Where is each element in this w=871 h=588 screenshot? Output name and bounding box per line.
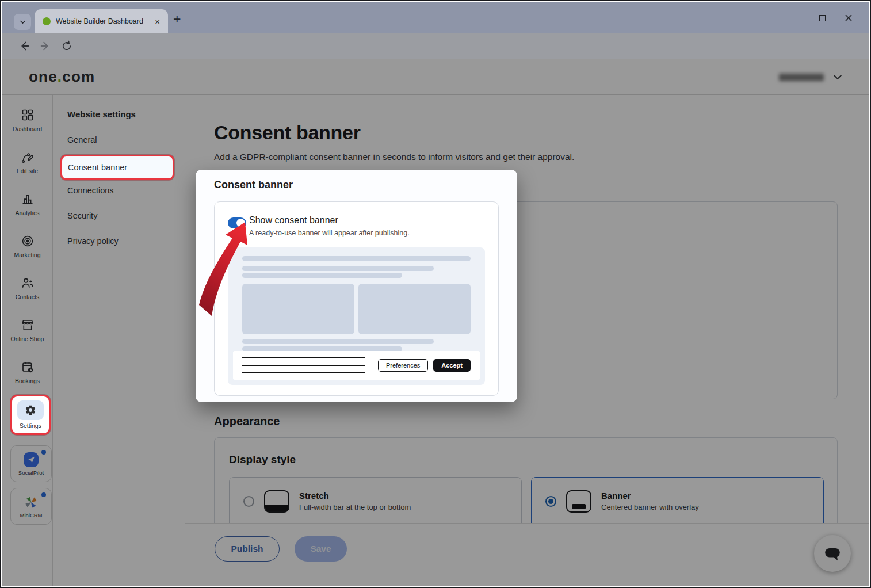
skeleton-line <box>242 266 434 271</box>
toggle-label: Show consent banner <box>249 215 338 226</box>
close-icon <box>845 14 853 22</box>
banner-preview: Preferences Accept <box>228 247 485 385</box>
browser-window: Website Builder Dashboard × + webs <box>0 0 871 588</box>
new-tab-button[interactable]: + <box>173 12 181 27</box>
nav-item-consent-banner-active[interactable]: Consent banner <box>60 155 174 180</box>
forward-button[interactable] <box>39 39 52 53</box>
minimize-icon <box>792 18 800 18</box>
browser-toolbar: websitebuilder.one.com/dashboard/setting… <box>2 33 869 59</box>
site-favicon <box>43 17 51 25</box>
skeleton-line <box>242 256 471 261</box>
arrow-left-icon <box>18 40 30 52</box>
browser-titlebar: Website Builder Dashboard × + <box>2 2 869 33</box>
settings-active-highlight <box>17 400 44 420</box>
window-close-button[interactable] <box>835 2 862 33</box>
browser-tab[interactable]: Website Builder Dashboard × <box>35 9 168 33</box>
tab-search-button[interactable] <box>14 14 31 30</box>
maximize-icon <box>819 15 826 21</box>
skeleton-line <box>242 273 402 278</box>
toggle-description: A ready-to-use banner will appear after … <box>249 229 410 237</box>
red-arrow-annotation <box>191 213 260 322</box>
consent-text-placeholder <box>242 357 365 373</box>
gear-icon <box>25 404 36 416</box>
accept-button[interactable]: Accept <box>433 359 471 372</box>
skeleton-line <box>242 339 434 344</box>
skeleton-block <box>358 284 471 334</box>
consent-bar-preview: Preferences Accept <box>233 351 480 380</box>
tab-title: Website Builder Dashboard <box>56 17 147 25</box>
arrow-right-icon <box>39 40 52 52</box>
window-maximize-button[interactable] <box>809 2 835 33</box>
tab-close-icon[interactable]: × <box>152 17 162 26</box>
sidebar-item-settings[interactable]: Settings <box>10 395 51 435</box>
reload-icon <box>61 40 72 52</box>
back-button[interactable] <box>17 39 31 53</box>
chevron-down-icon <box>19 18 26 26</box>
reload-button[interactable] <box>60 39 74 53</box>
window-minimize-button[interactable] <box>782 2 809 33</box>
modal-title: Consent banner <box>214 179 293 191</box>
preferences-button[interactable]: Preferences <box>378 359 428 372</box>
